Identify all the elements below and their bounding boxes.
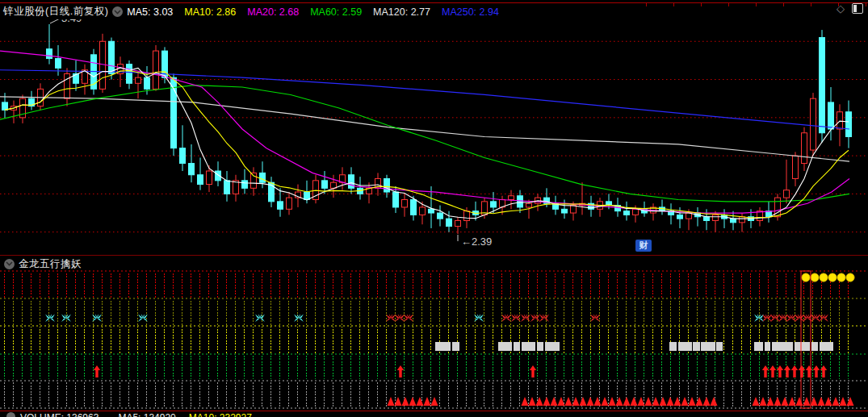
white-block-signal (522, 342, 535, 351)
header-icons: ◇ (837, 3, 863, 14)
red-butterfly-icon (539, 315, 549, 322)
white-block-signal (545, 342, 560, 351)
white-block-signal (537, 342, 543, 351)
red-up-arrow-signal (397, 365, 404, 377)
red-butterfly-icon (511, 315, 521, 322)
red-triangle-signal (602, 397, 609, 406)
volume-statusbar: VOLUME: 136963 MA5: 134920 MA10: 232927 (0, 412, 868, 417)
red-up-arrow-signal (777, 365, 783, 377)
yellow-dot-signal (820, 273, 828, 281)
red-triangle-signal (796, 397, 803, 406)
white-block-signal (716, 342, 723, 351)
volume-ma10: MA10: 232927 (189, 412, 252, 417)
yellow-dot-signal (811, 273, 819, 281)
red-triangle-signal (847, 397, 854, 406)
chevron-down-icon[interactable] (112, 6, 123, 17)
red-triangle-signal (623, 397, 631, 406)
red-up-arrow-signal (762, 365, 769, 377)
footer-separator (0, 411, 868, 411)
main-chart-header: 锌业股份(日线.前复权) MA5: 3.03MA10: 2.86MA20: 2.… (0, 4, 868, 19)
red-up-arrow-signal (94, 365, 100, 377)
red-triangle-signal (565, 397, 572, 406)
cyan-butterfly-icon (754, 315, 764, 322)
red-triangle-signal (703, 397, 711, 406)
red-butterfly-icon (404, 315, 413, 322)
red-up-arrow-signal (784, 365, 790, 377)
red-butterfly-icon (386, 315, 396, 322)
red-triangle-signal (609, 397, 616, 406)
red-triangle-signal (782, 397, 789, 406)
yellow-dot-signal (846, 273, 854, 281)
cyan-butterfly-icon (294, 315, 304, 322)
red-triangle-signal (424, 397, 431, 406)
red-triangle-signal (689, 397, 696, 406)
red-butterfly-icon (811, 315, 820, 322)
red-triangle-signal (811, 397, 818, 406)
red-triangle-signal (711, 397, 718, 406)
red-triangle-signal (431, 397, 438, 406)
red-triangle-signal (789, 397, 796, 406)
chevron-down-icon[interactable] (4, 259, 15, 269)
red-triangle-signal (587, 397, 594, 406)
indicator-panel[interactable]: 金龙五行擒妖 (0, 256, 868, 411)
legend-ma250: MA250: 2.94 (442, 6, 499, 18)
chevron-circle-icon[interactable] (6, 412, 15, 417)
red-triangle-signal (840, 397, 847, 406)
indicator-title: 金龙五行擒妖 (19, 257, 82, 271)
red-up-arrow-signal (769, 365, 776, 377)
selected-bar-cursor[interactable] (801, 271, 811, 408)
red-triangle-signal (767, 397, 774, 406)
indicator-header: 金龙五行擒妖 (0, 257, 82, 270)
legend-ma5: MA5: 3.03 (127, 6, 173, 18)
red-triangle-signal (825, 397, 832, 406)
red-butterfly-icon (778, 315, 788, 322)
red-triangle-signal (572, 397, 580, 406)
red-up-arrow-signal (806, 365, 812, 377)
cyan-butterfly-icon (138, 315, 148, 322)
stock-title: 锌业股份(日线.前复权) (3, 5, 108, 19)
ma-legend: MA5: 3.03MA10: 2.86MA20: 2.68MA60: 2.59M… (127, 6, 499, 18)
red-butterfly-icon (786, 315, 796, 322)
white-block-signal (772, 342, 793, 351)
red-triangle-signal (760, 397, 767, 406)
watermark-badge: 财 (635, 240, 652, 252)
yellow-dot-signal (837, 273, 845, 281)
red-triangle-signal (536, 397, 543, 406)
red-triangle-signal (753, 397, 760, 406)
white-block-signal (678, 342, 692, 351)
red-butterfly-icon (501, 315, 511, 322)
red-butterfly-icon (590, 315, 600, 322)
red-butterfly-icon (395, 315, 405, 322)
white-block-signal (820, 342, 833, 351)
red-triangle-signal (681, 397, 689, 406)
diamond-icon[interactable]: ◇ (837, 3, 845, 14)
red-triangle-signal (818, 397, 825, 406)
red-up-arrow-signal (530, 365, 536, 377)
legend-ma20: MA20: 2.68 (247, 6, 299, 18)
stock-app-window: 锌业股份(日线.前复权) MA5: 3.03MA10: 2.86MA20: 2.… (0, 0, 868, 417)
cyan-butterfly-icon (474, 315, 484, 322)
red-triangle-signal (543, 397, 551, 406)
svg-text:3.49: 3.49 (61, 19, 82, 24)
indicator-symbols-layer (0, 256, 868, 411)
red-triangle-signal (522, 397, 529, 406)
red-butterfly-icon (770, 315, 780, 322)
white-block-signal (514, 342, 520, 351)
red-butterfly-icon (530, 315, 540, 322)
red-triangle-signal (409, 397, 417, 406)
red-triangle-signal (529, 397, 536, 406)
red-up-arrow-signal (820, 365, 827, 377)
white-block-signal (795, 342, 810, 351)
white-block-signal (754, 342, 763, 351)
volume-ma5: MA5: 134920 (118, 412, 175, 417)
red-up-arrow-signal (799, 365, 805, 377)
red-triangle-signal (803, 397, 811, 406)
candlestick-chart[interactable]: 3.49←2.39 (0, 19, 868, 256)
red-triangle-signal (638, 397, 645, 406)
red-triangle-signal (674, 397, 681, 406)
red-butterfly-icon (795, 315, 804, 322)
pane-layout-icon[interactable] (852, 3, 863, 14)
white-block-signal (693, 342, 700, 351)
cyan-butterfly-icon (92, 315, 102, 322)
red-triangle-signal (402, 397, 409, 406)
